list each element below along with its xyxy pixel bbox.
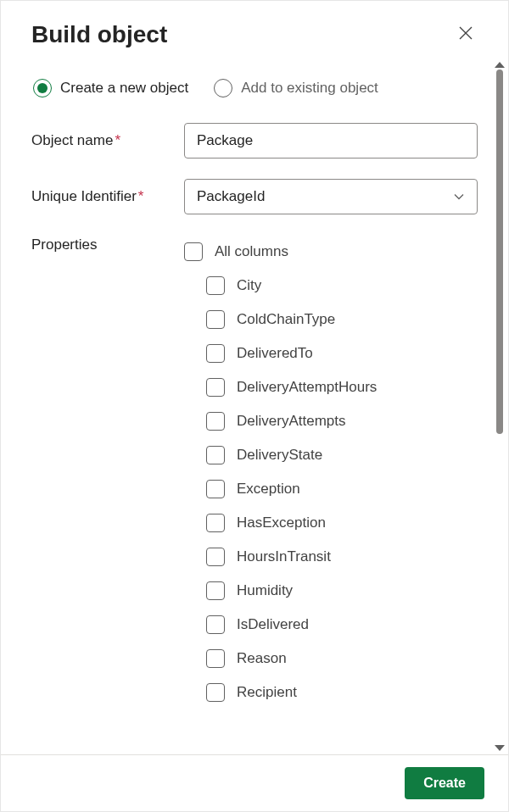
property-item[interactable]: ColdChainType [184,303,478,336]
dialog-body: Create a new object Add to existing obje… [1,60,508,754]
close-icon [457,25,474,45]
property-item[interactable]: Reason [184,642,478,676]
checkbox-label: Humidity [237,582,293,599]
checkbox[interactable] [206,446,225,464]
property-item[interactable]: Recipient [184,676,478,709]
all-columns-item[interactable]: All columns [184,235,478,269]
properties-list: All columns CityColdChainTypeDeliveredTo… [184,235,478,709]
property-item[interactable]: DeliveredTo [184,336,478,370]
radio-icon [33,79,52,97]
property-item[interactable]: Exception [184,472,478,506]
checkbox-label: Reason [237,650,287,667]
close-button[interactable] [452,21,479,48]
property-item[interactable]: IsDelivered [184,608,478,642]
radio-add-existing[interactable]: Add to existing object [214,79,378,97]
checkbox-label: DeliveryAttempts [237,413,345,430]
checkbox[interactable] [206,378,225,397]
checkbox[interactable] [206,548,225,566]
scroll-down-arrow-icon[interactable] [495,745,505,751]
unique-id-label: Unique Identifier* [31,188,184,205]
checkbox-label: Recipient [237,684,297,701]
checkbox[interactable] [206,480,225,498]
required-marker: * [138,188,144,204]
object-name-row: Object name* [31,123,478,159]
radio-create-new[interactable]: Create a new object [33,79,188,97]
scrollbar[interactable] [492,60,506,754]
select-value: PackageId [197,188,265,205]
dialog-header: Build object [1,1,508,60]
checkbox-label: ColdChainType [237,311,335,328]
property-item[interactable]: DeliveryAttemptHours [184,370,478,404]
dialog-footer: Create [1,754,508,811]
checkbox[interactable] [184,242,203,261]
checkbox-label: DeliveryAttemptHours [237,379,377,396]
properties-label: Properties [31,235,184,709]
checkbox-label: HoursInTransit [237,548,331,565]
property-item[interactable]: City [184,269,478,303]
checkbox[interactable] [206,649,225,668]
checkbox-label: Exception [237,481,300,498]
property-item[interactable]: DeliveryState [184,438,478,472]
checkbox[interactable] [206,514,225,532]
radio-label: Add to existing object [241,80,378,97]
checkbox-label: All columns [215,243,288,260]
checkbox[interactable] [206,683,225,702]
checkbox-label: DeliveryState [237,447,322,464]
checkbox[interactable] [206,615,225,634]
checkbox-label: City [237,277,261,294]
checkbox-label: HasException [237,514,326,531]
unique-id-row: Unique Identifier* PackageId [31,179,478,214]
create-button[interactable]: Create [405,767,484,799]
checkbox[interactable] [206,310,225,329]
unique-id-select[interactable]: PackageId [184,179,478,214]
properties-row: Properties All columns CityColdChainType… [31,235,478,709]
scrollbar-thumb[interactable] [496,70,503,434]
object-name-label: Object name* [31,132,184,149]
property-item[interactable]: DeliveryAttempts [184,404,478,438]
scrollbar-track[interactable] [496,70,503,745]
checkbox-label: IsDelivered [237,616,309,633]
checkbox[interactable] [206,344,225,363]
dialog-title: Build object [31,21,167,48]
mode-radio-group: Create a new object Add to existing obje… [31,79,478,97]
checkbox-label: DeliveredTo [237,345,313,362]
object-name-input[interactable] [184,123,478,159]
checkbox[interactable] [206,581,225,600]
checkbox[interactable] [206,412,225,431]
scroll-region: Create a new object Add to existing obje… [1,60,508,754]
checkbox[interactable] [206,276,225,295]
radio-label: Create a new object [60,80,188,97]
radio-icon [214,79,232,97]
property-item[interactable]: HasException [184,506,478,540]
required-marker: * [115,132,120,148]
scroll-up-arrow-icon[interactable] [495,62,505,68]
property-item[interactable]: Humidity [184,574,478,608]
chevron-down-icon [453,191,465,203]
property-item[interactable]: HoursInTransit [184,540,478,574]
